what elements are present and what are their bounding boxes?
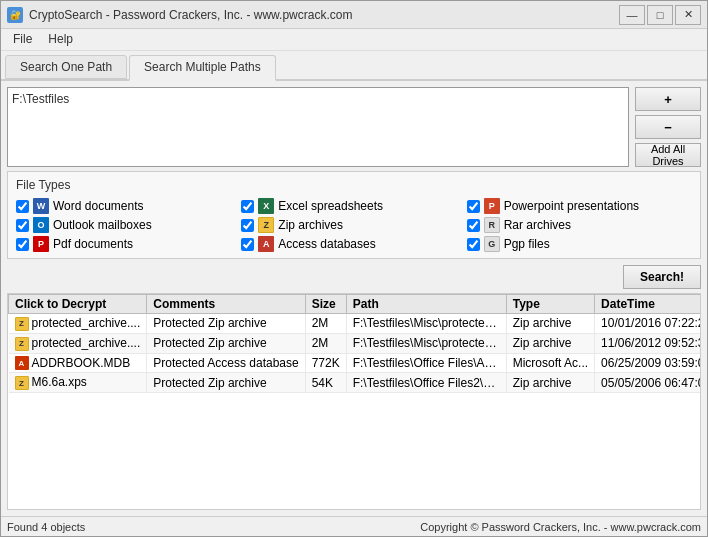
zip-checkbox[interactable]: [241, 219, 254, 232]
row-icon: A: [15, 356, 29, 370]
file-type-outlook: O Outlook mailboxes: [16, 217, 241, 233]
cell-datetime: 06/25/2009 03:59:00...: [595, 353, 701, 373]
window-controls: — □ ✕: [619, 5, 701, 25]
file-types-label: File Types: [16, 178, 692, 192]
menu-file[interactable]: File: [5, 31, 40, 48]
rar-checkbox[interactable]: [467, 219, 480, 232]
cell-comments: Protected Access database: [147, 353, 305, 373]
found-count: Found 4 objects: [7, 521, 85, 533]
file-type-zip: Z Zip archives: [241, 217, 466, 233]
menubar: File Help: [1, 29, 707, 51]
access-icon: A: [258, 236, 274, 252]
close-button[interactable]: ✕: [675, 5, 701, 25]
rar-icon: R: [484, 217, 500, 233]
outlook-icon: O: [33, 217, 49, 233]
pdf-checkbox[interactable]: [16, 238, 29, 251]
cell-type: Zip archive: [506, 314, 594, 334]
tab-search-multiple-paths[interactable]: Search Multiple Paths: [129, 55, 276, 81]
file-type-pgp: G Pgp files: [467, 236, 692, 252]
tab-search-one-path[interactable]: Search One Path: [5, 55, 127, 79]
cell-name[interactable]: AADDRBOOK.MDB: [9, 353, 147, 373]
maximize-button[interactable]: □: [647, 5, 673, 25]
file-type-excel: X Excel spreadsheets: [241, 198, 466, 214]
word-checkbox[interactable]: [16, 200, 29, 213]
cell-comments: Protected Zip archive: [147, 373, 305, 393]
ppt-icon: P: [484, 198, 500, 214]
remove-path-button[interactable]: −: [635, 115, 701, 139]
main-content: F:\Testfiles + − Add All Drives File Typ…: [1, 81, 707, 516]
outlook-checkbox[interactable]: [16, 219, 29, 232]
results-container[interactable]: Click to Decrypt Comments Size Path Type…: [7, 293, 701, 510]
cell-name[interactable]: Zprotected_archive....: [9, 314, 147, 334]
col-header-type[interactable]: Type: [506, 295, 594, 314]
pgp-label: Pgp files: [504, 237, 550, 251]
cell-path: F:\Testfiles\Office Files2\XPS\...: [346, 373, 506, 393]
file-type-ppt: P Powerpoint presentations: [467, 198, 692, 214]
file-type-access: A Access databases: [241, 236, 466, 252]
cell-name[interactable]: ZM6.6a.xps: [9, 373, 147, 393]
ppt-checkbox[interactable]: [467, 200, 480, 213]
ppt-label: Powerpoint presentations: [504, 199, 639, 213]
file-type-word: W Word documents: [16, 198, 241, 214]
tab-bar: Search One Path Search Multiple Paths: [1, 51, 707, 81]
search-button[interactable]: Search!: [623, 265, 701, 289]
cell-size: 772K: [305, 353, 346, 373]
minimize-button[interactable]: —: [619, 5, 645, 25]
excel-checkbox[interactable]: [241, 200, 254, 213]
cell-size: 2M: [305, 333, 346, 353]
path-buttons: + − Add All Drives: [635, 87, 701, 167]
pdf-icon: P: [33, 236, 49, 252]
cell-size: 54K: [305, 373, 346, 393]
cell-datetime: 11/06/2012 09:52:30...: [595, 333, 701, 353]
access-label: Access databases: [278, 237, 375, 251]
word-label: Word documents: [53, 199, 144, 213]
table-row[interactable]: Zprotected_archive.... Protected Zip arc…: [9, 314, 702, 334]
excel-label: Excel spreadsheets: [278, 199, 383, 213]
row-icon: Z: [15, 376, 29, 390]
col-header-size[interactable]: Size: [305, 295, 346, 314]
main-window: 🔐 CryptoSearch - Password Crackers, Inc.…: [0, 0, 708, 537]
cell-path: F:\Testfiles\Misc\protected_arc...: [346, 314, 506, 334]
file-types-section: File Types W Word documents X Excel spre…: [7, 171, 701, 259]
table-row[interactable]: AADDRBOOK.MDB Protected Access database …: [9, 353, 702, 373]
col-header-name[interactable]: Click to Decrypt: [9, 295, 147, 314]
pgp-checkbox[interactable]: [467, 238, 480, 251]
app-icon: 🔐: [7, 7, 23, 23]
cell-type: Zip archive: [506, 373, 594, 393]
zip-icon: Z: [258, 217, 274, 233]
row-icon: Z: [15, 317, 29, 331]
cell-datetime: 10/01/2016 07:22:20...: [595, 314, 701, 334]
window-title: CryptoSearch - Password Crackers, Inc. -…: [29, 8, 619, 22]
cell-type: Zip archive: [506, 333, 594, 353]
pdf-label: Pdf documents: [53, 237, 133, 251]
cell-datetime: 05/05/2006 06:47:02...: [595, 373, 701, 393]
zip-label: Zip archives: [278, 218, 343, 232]
rar-label: Rar archives: [504, 218, 571, 232]
titlebar: 🔐 CryptoSearch - Password Crackers, Inc.…: [1, 1, 707, 29]
menu-help[interactable]: Help: [40, 31, 81, 48]
add-path-button[interactable]: +: [635, 87, 701, 111]
cell-type: Microsoft Ac...: [506, 353, 594, 373]
access-checkbox[interactable]: [241, 238, 254, 251]
cell-comments: Protected Zip archive: [147, 333, 305, 353]
table-row[interactable]: ZM6.6a.xps Protected Zip archive 54K F:\…: [9, 373, 702, 393]
pgp-icon: G: [484, 236, 500, 252]
statusbar: Found 4 objects Copyright © Password Cra…: [1, 516, 707, 536]
cell-path: F:\Testfiles\Office Files\ADDR...: [346, 353, 506, 373]
col-header-path[interactable]: Path: [346, 295, 506, 314]
table-row[interactable]: Zprotected_archive.... Protected Zip arc…: [9, 333, 702, 353]
row-icon: Z: [15, 337, 29, 351]
outlook-label: Outlook mailboxes: [53, 218, 152, 232]
add-all-drives-button[interactable]: Add All Drives: [635, 143, 701, 167]
cell-name[interactable]: Zprotected_archive....: [9, 333, 147, 353]
cell-path: F:\Testfiles\Misc\protected_arc...: [346, 333, 506, 353]
copyright: Copyright © Password Crackers, Inc. - ww…: [420, 521, 701, 533]
file-type-rar: R Rar archives: [467, 217, 692, 233]
cell-size: 2M: [305, 314, 346, 334]
path-area: F:\Testfiles + − Add All Drives: [7, 87, 701, 167]
file-types-grid: W Word documents X Excel spreadsheets P …: [16, 198, 692, 252]
word-icon: W: [33, 198, 49, 214]
col-header-comments[interactable]: Comments: [147, 295, 305, 314]
col-header-datetime[interactable]: DateTime: [595, 295, 701, 314]
path-input[interactable]: F:\Testfiles: [7, 87, 629, 167]
